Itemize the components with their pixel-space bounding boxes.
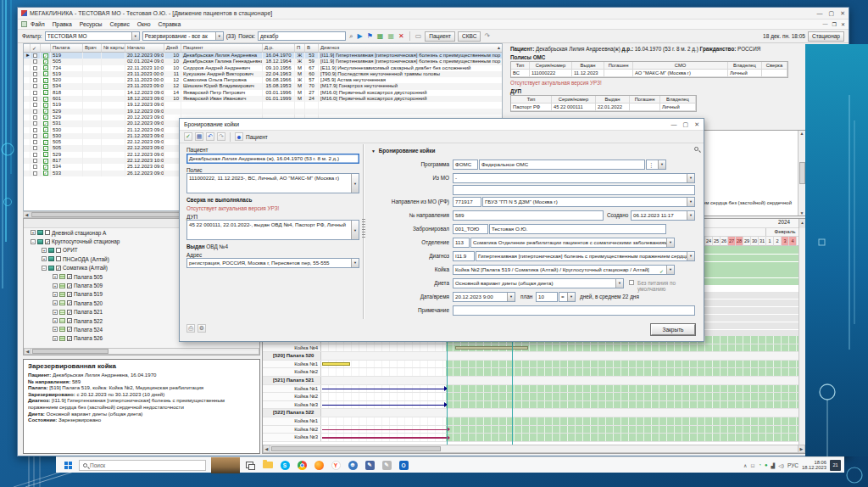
- save-icon[interactable]: ▦: [195, 132, 203, 141]
- redo-icon[interactable]: ↷: [217, 132, 225, 141]
- directed-code[interactable]: 771917: [453, 197, 481, 207]
- tree-checkbox[interactable]: ✓: [67, 300, 72, 305]
- scrollbar-thumb[interactable]: [799, 162, 805, 184]
- chevron-down-icon[interactable]: ▼: [658, 160, 665, 169]
- day-cell[interactable]: 25: [712, 237, 720, 246]
- reserve-combo[interactable]: Резервирование - все ак ▼: [142, 31, 224, 41]
- tree-checkbox[interactable]: ✓: [67, 283, 72, 288]
- tree-hscrollbar[interactable]: ◀: [24, 348, 259, 355]
- polis-combo[interactable]: 111000222, 11.12.2023-, ВС, Личный, АО "…: [186, 173, 359, 193]
- day-cell[interactable]: 3: [781, 237, 788, 246]
- row-checkbox[interactable]: [33, 128, 37, 132]
- chevron-down-icon[interactable]: ▼: [215, 32, 223, 40]
- person-icon[interactable]: ☻: [235, 132, 243, 141]
- expand-icon[interactable]: −: [31, 239, 36, 244]
- day-cell[interactable]: 26: [720, 237, 727, 246]
- gantt-hscrollbar[interactable]: ◀ ▶: [263, 445, 805, 453]
- column-header[interactable]: ✓: [31, 44, 41, 53]
- row-checkbox[interactable]: [33, 103, 37, 107]
- program-combo[interactable]: ⋮ ▼: [646, 160, 666, 170]
- folder-icon[interactable]: [261, 458, 275, 472]
- expand-icon[interactable]: +: [53, 310, 58, 315]
- gantt-row[interactable]: Койка №2: [263, 393, 805, 401]
- datetime-combo[interactable]: 20.12.2023 9:00 ▼: [453, 292, 515, 302]
- chevron-down-icon[interactable]: ▼: [666, 238, 674, 247]
- scroll-down-icon[interactable]: ▼: [800, 210, 804, 216]
- chevron-down-icon[interactable]: ▼: [351, 259, 359, 267]
- diagnosis-name[interactable]: Гипертензивная [гипертоническая] болезнь…: [476, 251, 695, 261]
- scroll-left-icon[interactable]: ◀: [264, 445, 270, 452]
- column-header[interactable]: Д.р.: [263, 44, 295, 53]
- column-header[interactable]: П: [295, 44, 305, 53]
- diet-combo[interactable]: Основной вариант диеты (общая диета) ▼: [453, 278, 624, 288]
- patient-field[interactable]: Декабрьская Лилия Андреевна (ж), 16.04.1…: [186, 154, 359, 164]
- scroll-up-icon[interactable]: ▲: [798, 219, 805, 228]
- expand-icon[interactable]: −: [42, 266, 47, 271]
- task-view-icon[interactable]: [246, 462, 253, 468]
- gantt-row[interactable]: Койка №1: [263, 385, 805, 394]
- row-checkbox[interactable]: [33, 134, 37, 138]
- yandex-icon[interactable]: Y: [329, 458, 342, 472]
- row-checkbox[interactable]: [33, 91, 37, 95]
- mdi-close-icon[interactable]: ✕: [841, 21, 845, 27]
- maximize-icon[interactable]: ▢: [683, 121, 689, 128]
- expand-icon[interactable]: +: [53, 274, 58, 279]
- app-blue-icon[interactable]: ✎: [363, 458, 376, 472]
- menu-item[interactable]: Сервис: [110, 21, 130, 27]
- gantt-row[interactable]: [521] Палата 521: [263, 377, 805, 385]
- from-mo-combo[interactable]: - ▼: [453, 173, 695, 183]
- chevron-down-icon[interactable]: ▼: [687, 198, 694, 206]
- row-checkbox[interactable]: [33, 115, 37, 120]
- chrome-icon[interactable]: [295, 458, 309, 472]
- gantt-row[interactable]: Койка №4: [263, 344, 805, 353]
- row-checkbox[interactable]: [33, 53, 37, 58]
- row-checkbox[interactable]: [33, 72, 37, 76]
- settings-icon[interactable]: ⚙: [198, 324, 206, 333]
- gantt-row[interactable]: Койка №3: [263, 401, 805, 410]
- outlook-icon[interactable]: O: [397, 458, 410, 472]
- expand-icon[interactable]: +: [53, 327, 58, 332]
- tree-checkbox[interactable]: ✓: [67, 274, 72, 279]
- program-code[interactable]: ФОМС: [453, 160, 478, 170]
- start-button[interactable]: [64, 462, 72, 469]
- tray-expand-icon[interactable]: ∧: [743, 462, 747, 468]
- expand-icon[interactable]: +: [53, 318, 58, 323]
- chevron-down-icon[interactable]: ▼: [351, 221, 359, 239]
- volume-icon[interactable]: ◁): [778, 462, 784, 468]
- mdi-minimize-icon[interactable]: —: [823, 21, 828, 27]
- expand-icon[interactable]: +: [42, 248, 47, 253]
- tree-checkbox[interactable]: ✓: [67, 310, 72, 315]
- filter-combo[interactable]: ТЕСТОВАЯ МО ▼: [45, 31, 140, 41]
- expand-icon[interactable]: +: [53, 300, 58, 305]
- table-row[interactable]: ✓53423.11.2023 09:0012Шишкин Юрий Владим…: [24, 83, 502, 89]
- row-checkbox[interactable]: [33, 121, 37, 126]
- row-checkbox[interactable]: [33, 59, 37, 64]
- close-icon[interactable]: ✕: [840, 10, 845, 17]
- menu-item[interactable]: Ресурсы: [80, 21, 103, 27]
- column-header[interactable]: Начало: [125, 44, 164, 53]
- row-checkbox[interactable]: [33, 165, 37, 169]
- gantt-row[interactable]: Койка №1: [263, 417, 805, 426]
- plan-op-combo[interactable]: = ▼: [559, 292, 576, 302]
- play-icon[interactable]: ▶: [358, 32, 363, 41]
- expand-icon[interactable]: +: [53, 336, 58, 341]
- scroll-left-icon[interactable]: ◀: [24, 212, 31, 217]
- from-mo-name-field[interactable]: [453, 185, 695, 195]
- table-row[interactable]: ✓81814.12.2023 09:0014Январский Петр Пет…: [24, 90, 502, 96]
- note-field[interactable]: [453, 305, 695, 316]
- detail-vscrollbar[interactable]: ▲ ▼: [798, 131, 805, 216]
- table-row[interactable]: ►✓51920.12.2023 09:0010Декабрьская Лилия…: [24, 53, 502, 59]
- gantt-row[interactable]: Койка №2: [263, 426, 805, 434]
- notifications-icon[interactable]: 21: [830, 460, 841, 471]
- firefox-icon[interactable]: [312, 458, 326, 472]
- column-header[interactable]: Врач: [83, 44, 102, 53]
- dots-icon[interactable]: ⋮: [648, 161, 654, 170]
- tree-checkbox[interactable]: ✓: [67, 327, 72, 332]
- stationar-button[interactable]: Стационар: [808, 31, 844, 42]
- minimize-icon[interactable]: —: [817, 10, 823, 17]
- blank-button-icon[interactable]: ▭: [415, 32, 422, 41]
- expand-icon[interactable]: +: [42, 256, 47, 261]
- row-checkbox[interactable]: [33, 78, 37, 82]
- tray-device-icon[interactable]: ⊡: [750, 462, 754, 468]
- weather-widget[interactable]: [211, 457, 240, 473]
